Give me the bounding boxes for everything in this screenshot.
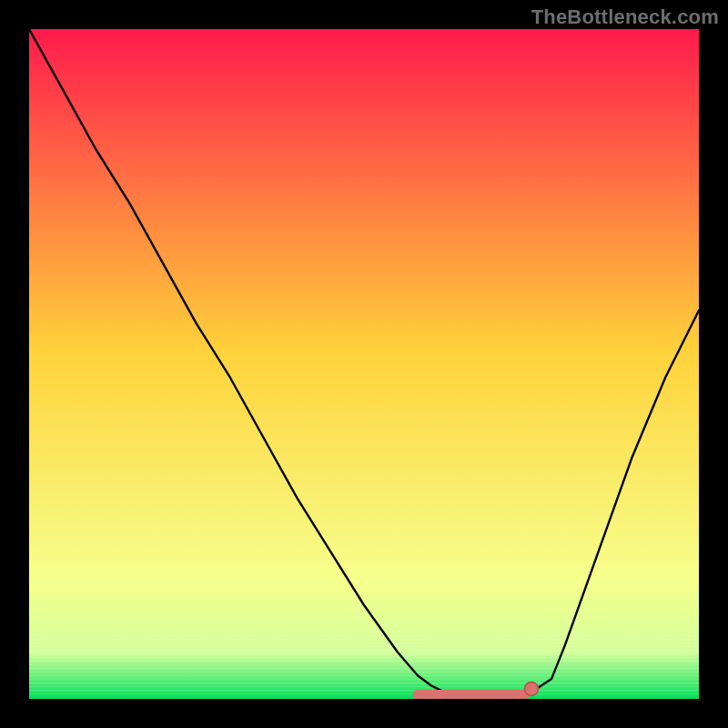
svg-rect-17 [29,635,699,636]
svg-rect-10 [29,661,699,662]
watermark-text: TheBottleneck.com [531,5,719,29]
svg-rect-3 [29,686,699,687]
svg-rect-7 [29,672,699,672]
svg-rect-13 [29,650,699,651]
svg-rect-8 [29,668,699,669]
svg-rect-4 [29,682,699,683]
svg-rect-15 [29,642,699,643]
bottleneck-chart [29,29,699,699]
svg-rect-11 [29,657,699,658]
end-marker-dot [525,682,539,696]
svg-rect-18 [29,632,699,632]
svg-rect-12 [29,653,699,654]
svg-rect-1 [29,693,699,694]
svg-rect-5 [29,679,699,680]
svg-rect-2 [29,690,699,691]
svg-rect-14 [29,646,699,647]
svg-rect-6 [29,675,699,676]
svg-rect-16 [29,639,699,640]
svg-rect-9 [29,664,699,665]
chart-frame: TheBottleneck.com [0,0,728,728]
svg-rect-0 [29,29,699,699]
plot-area [29,29,699,699]
